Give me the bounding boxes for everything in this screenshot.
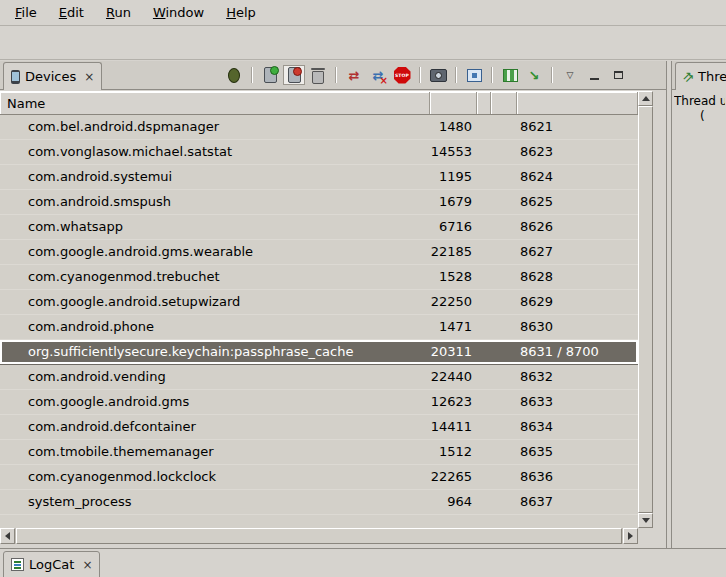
stop-process-icon[interactable] <box>391 65 413 85</box>
update-heap-icon[interactable] <box>259 65 281 85</box>
update-threads-icon[interactable] <box>343 65 365 85</box>
process-pid: 14411 <box>430 415 477 439</box>
heap-indicator-cell <box>477 165 491 189</box>
process-name: com.tmobile.thememanager <box>0 440 430 464</box>
column-header-heap[interactable] <box>477 92 491 114</box>
process-port: 8637 <box>517 490 638 514</box>
horizontal-scrollbar-thumb[interactable] <box>16 528 622 544</box>
view-menu-icon[interactable] <box>559 65 581 85</box>
scroll-down-icon[interactable] <box>638 513 653 528</box>
process-name: system_process <box>0 490 430 514</box>
process-pid: 1480 <box>430 115 477 139</box>
table-row[interactable]: com.cyanogenmod.lockclock222658636 <box>0 465 638 490</box>
tab-logcat-label: LogCat <box>29 557 74 572</box>
menu-item-run[interactable]: Run <box>95 3 142 22</box>
vertical-scrollbar-thumb[interactable] <box>638 106 653 513</box>
process-pid: 964 <box>430 490 477 514</box>
table-row[interactable]: com.android.defcontainer144118634 <box>0 415 638 440</box>
view-hierarchy-icon[interactable] <box>463 65 485 85</box>
table-row[interactable]: system_process9648637 <box>0 490 638 515</box>
scroll-up-icon[interactable] <box>638 91 653 106</box>
process-pid: 22265 <box>430 465 477 489</box>
table-row[interactable]: com.vonglasow.michael.satstat145538623 <box>0 140 638 165</box>
dump-hprof-icon[interactable] <box>283 65 305 85</box>
column-header-name[interactable]: Name <box>0 92 430 114</box>
process-pid: 20311 <box>430 340 477 364</box>
process-port: 8623 <box>517 140 638 164</box>
horizontal-scrollbar[interactable] <box>0 528 638 544</box>
process-name: com.vonglasow.michael.satstat <box>0 140 430 164</box>
heap-indicator-cell <box>477 490 491 514</box>
table-row[interactable]: com.whatsapp67168626 <box>0 215 638 240</box>
process-port: 8629 <box>517 290 638 314</box>
table-row[interactable]: com.android.smspush16798625 <box>0 190 638 215</box>
thread-indicator-cell <box>491 190 517 214</box>
tab-threads[interactable]: Threads <box>675 62 726 90</box>
table-row[interactable]: com.android.phone14718630 <box>0 315 638 340</box>
process-name: com.cyanogenmod.trebuchet <box>0 265 430 289</box>
scroll-right-icon[interactable] <box>623 528 638 544</box>
process-port: 8630 <box>517 315 638 339</box>
thread-indicator-cell <box>491 140 517 164</box>
minimize-icon[interactable] <box>583 65 605 85</box>
column-header-threads[interactable] <box>491 92 517 114</box>
table-row[interactable]: com.tmobile.thememanager15128635 <box>0 440 638 465</box>
heap-indicator-cell <box>477 315 491 339</box>
tab-devices[interactable]: Devices × <box>3 62 102 90</box>
devices-view: Devices × Name com.bel.android.dspmanage… <box>0 61 667 548</box>
process-name: com.whatsapp <box>0 215 430 239</box>
maximize-icon[interactable] <box>607 65 629 85</box>
table-row[interactable]: com.bel.android.dspmanager14808621 <box>0 115 638 140</box>
process-name: com.android.phone <box>0 315 430 339</box>
heap-indicator-cell <box>477 115 491 139</box>
vertical-scrollbar[interactable] <box>638 91 653 528</box>
threads-message: Thread up ( <box>672 91 726 124</box>
threads-icon <box>680 68 697 85</box>
thread-indicator-cell <box>491 240 517 264</box>
table-row[interactable]: com.google.android.gms126238633 <box>0 390 638 415</box>
threads-view: Threads Thread up ( <box>671 61 726 548</box>
table-row[interactable]: org.sufficientlysecure.keychain:passphra… <box>0 340 638 365</box>
logcat-view: LogCat × <box>0 548 726 577</box>
table-row[interactable]: com.google.android.gms.wearable221858627 <box>0 240 638 265</box>
close-icon[interactable]: × <box>82 558 92 572</box>
tab-logcat[interactable]: LogCat × <box>3 551 100 577</box>
thread-indicator-cell <box>491 165 517 189</box>
process-pid: 22250 <box>430 290 477 314</box>
menu-item-edit[interactable]: Edit <box>48 3 95 22</box>
close-icon[interactable]: × <box>84 70 94 84</box>
process-name: com.android.smspush <box>0 190 430 214</box>
column-header-port[interactable] <box>517 92 638 114</box>
debug-process-icon[interactable] <box>223 65 245 85</box>
system-info-icon[interactable] <box>499 65 521 85</box>
thread-indicator-cell <box>491 365 517 389</box>
profiling-arrow-icon[interactable] <box>523 65 545 85</box>
heap-indicator-cell <box>477 215 491 239</box>
method-profiling-icon[interactable] <box>367 65 389 85</box>
process-name: com.cyanogenmod.lockclock <box>0 465 430 489</box>
toolbar-separator <box>455 67 457 83</box>
heap-indicator-cell <box>477 415 491 439</box>
heap-indicator-cell <box>477 140 491 164</box>
menu-item-help[interactable]: Help <box>215 3 267 22</box>
thread-indicator-cell <box>491 215 517 239</box>
heap-indicator-cell <box>477 265 491 289</box>
menu-item-window[interactable]: Window <box>142 3 215 22</box>
thread-indicator-cell <box>491 290 517 314</box>
process-name: com.bel.android.dspmanager <box>0 115 430 139</box>
process-port: 8625 <box>517 190 638 214</box>
menu-item-file[interactable]: File <box>4 3 48 22</box>
table-row[interactable]: com.android.vending224408632 <box>0 365 638 390</box>
table-row[interactable]: com.android.systemui11958624 <box>0 165 638 190</box>
table-row[interactable]: com.google.android.setupwizard222508629 <box>0 290 638 315</box>
screen-capture-icon[interactable] <box>427 65 449 85</box>
heap-indicator-cell <box>477 440 491 464</box>
main-toolbar <box>0 26 726 60</box>
table-row[interactable]: com.cyanogenmod.trebuchet15288628 <box>0 265 638 290</box>
threads-message-line1: Thread up <box>674 94 725 109</box>
cause-gc-icon[interactable] <box>307 65 329 85</box>
column-header-pid[interactable] <box>430 92 477 114</box>
scroll-left-icon[interactable] <box>0 528 15 544</box>
process-port: 8631 / 8700 <box>517 340 638 364</box>
heap-indicator-cell <box>477 240 491 264</box>
